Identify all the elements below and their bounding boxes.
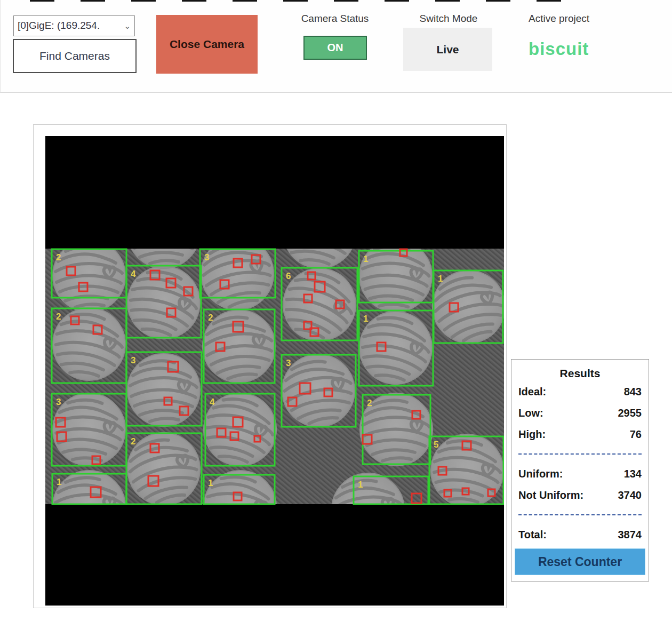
camera-view-panel: 2436112213332425111 bbox=[33, 124, 507, 608]
defect-count-label: 3 bbox=[131, 355, 135, 365]
result-value: 3874 bbox=[618, 529, 642, 541]
active-project-label: Active project bbox=[529, 13, 589, 25]
reset-counter-label: Reset Counter bbox=[538, 555, 622, 569]
defect-count-label: 3 bbox=[204, 252, 209, 262]
defect-count-label: 2 bbox=[367, 398, 372, 408]
dashed-separator bbox=[518, 453, 642, 455]
result-label: High: bbox=[518, 428, 546, 441]
camera-status-value: ON bbox=[327, 42, 343, 54]
result-row: Ideal:843 bbox=[518, 381, 642, 402]
camera-select-value: [0]GigE: (169.254. bbox=[18, 20, 100, 31]
defect-count-label: 1 bbox=[363, 314, 368, 324]
defect-count-label: 2 bbox=[131, 436, 135, 447]
result-label: Not Uniform: bbox=[518, 489, 583, 501]
defect-count-label: 4 bbox=[210, 397, 215, 407]
find-cameras-label: Find Cameras bbox=[39, 50, 110, 62]
biscuit bbox=[53, 240, 125, 312]
active-project-value: biscuit bbox=[529, 39, 589, 59]
camera-select-dropdown[interactable]: [0]GigE: (169.254. ⌄ bbox=[13, 15, 135, 36]
defect-count-label: 3 bbox=[286, 358, 291, 368]
defect-count-label: 1 bbox=[57, 477, 61, 487]
defect-count-label: 4 bbox=[131, 269, 136, 279]
defect-count-label: 2 bbox=[56, 252, 61, 262]
find-cameras-button[interactable]: Find Cameras bbox=[13, 39, 137, 73]
defect-count-label: 2 bbox=[208, 313, 213, 323]
result-row: High:76 bbox=[518, 424, 642, 445]
result-label: Ideal: bbox=[518, 386, 546, 398]
result-label: Low: bbox=[518, 407, 543, 419]
switch-mode-value: Live bbox=[436, 43, 459, 56]
defect-count-label: 5 bbox=[434, 440, 438, 450]
result-row: Total:3874 bbox=[518, 524, 642, 545]
switch-mode-button[interactable]: Live bbox=[403, 28, 492, 71]
reset-counter-button[interactable]: Reset Counter bbox=[515, 548, 645, 575]
result-label: Uniform: bbox=[518, 468, 563, 480]
defect-count-label: 2 bbox=[56, 312, 61, 322]
defect-count-label: 1 bbox=[438, 274, 443, 284]
dashed-separator bbox=[518, 514, 642, 515]
defect-count-label: 1 bbox=[358, 480, 363, 490]
results-title: Results bbox=[511, 367, 649, 381]
defect-count-label: 3 bbox=[56, 397, 61, 407]
camera-status-label: Camera Status bbox=[292, 13, 378, 25]
defect-count-label: 1 bbox=[208, 478, 213, 488]
close-camera-label: Close Camera bbox=[170, 38, 244, 51]
close-camera-button[interactable]: Close Camera bbox=[156, 15, 258, 74]
camera-feed-image: 2436112213332425111 bbox=[45, 136, 504, 606]
biscuit bbox=[127, 354, 200, 426]
result-value: 843 bbox=[624, 386, 642, 398]
defect-count-label: 6 bbox=[286, 271, 291, 281]
result-row: Uniform:134 bbox=[518, 463, 642, 484]
camera-status-badge: ON bbox=[303, 36, 367, 60]
switch-mode-label: Switch Mode bbox=[405, 13, 492, 25]
result-value: 2955 bbox=[618, 407, 642, 419]
chevron-down-icon: ⌄ bbox=[124, 17, 131, 36]
result-value: 134 bbox=[624, 468, 642, 480]
result-value: 76 bbox=[630, 428, 642, 441]
camera-toolbar: [0]GigE: (169.254. ⌄ Find Cameras Close … bbox=[0, 0, 672, 93]
clipped-top-marks bbox=[30, 0, 569, 2]
result-row: Not Uniform:3740 bbox=[518, 484, 642, 506]
results-panel: Results Ideal:843Low:2955High:76Uniform:… bbox=[511, 359, 649, 582]
results-rows: Ideal:843Low:2955High:76Uniform:134Not U… bbox=[511, 381, 649, 545]
defect-count-label: 1 bbox=[363, 254, 368, 264]
result-value: 3740 bbox=[618, 489, 642, 501]
result-row: Low:2955 bbox=[518, 402, 642, 424]
result-label: Total: bbox=[518, 529, 547, 541]
